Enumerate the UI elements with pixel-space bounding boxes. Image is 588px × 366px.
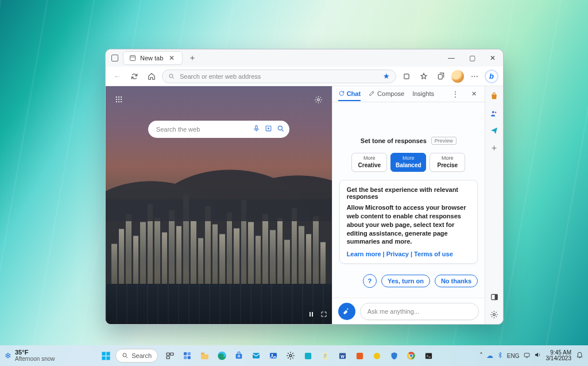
bing-button[interactable]: b [485,70,498,83]
svg-rect-45 [270,353,277,358]
svg-point-7 [116,99,117,100]
tray-language[interactable]: ENG [507,353,520,359]
search-submit-icon[interactable] [277,125,285,134]
new-topic-button[interactable] [338,303,355,320]
tray-notifications-icon[interactable] [576,351,583,360]
address-bar[interactable]: Search or enter web address ★ [162,70,396,83]
svg-rect-40 [238,355,239,356]
close-button[interactable]: ✕ [482,49,503,67]
no-thanks-button[interactable]: No thanks [435,275,478,287]
home-button[interactable] [145,70,158,83]
tone-creative[interactable]: More Creative [351,153,387,172]
tray-onedrive-icon[interactable]: ☁ [486,352,493,360]
word-button[interactable]: W [335,348,350,363]
sidebar-add-button[interactable]: ＋ [488,141,501,154]
expand-icon[interactable] [320,311,327,319]
start-button[interactable] [98,348,113,363]
chrome-button[interactable] [404,348,419,363]
new-tab-button[interactable]: ＋ [186,52,199,64]
sidebar-shopping-icon[interactable] [488,90,501,102]
app-icon-3[interactable] [369,348,384,363]
notepad-button[interactable] [318,348,332,363]
ntp-search-box[interactable]: Search the web [148,121,289,138]
pause-icon[interactable] [308,311,315,319]
chat-menu-button[interactable]: ⋮ [450,89,461,99]
tray-volume-icon[interactable] [534,351,541,360]
sidebar-settings-icon[interactable] [488,308,501,321]
tab-actions-icon[interactable] [111,55,118,61]
refresh-button[interactable] [127,70,141,83]
terminal-button[interactable] [421,348,436,363]
svg-point-56 [407,351,416,360]
collections-button[interactable] [434,70,448,83]
extensions-button[interactable] [400,70,413,83]
browser-tab[interactable]: New tab ✕ [123,51,183,65]
help-button[interactable]: ? [363,274,377,288]
profile-avatar[interactable] [451,70,464,83]
app-icon-1[interactable] [300,348,315,363]
chat-close-button[interactable]: ✕ [469,89,479,99]
taskbar-search[interactable]: Search [115,349,158,363]
favorite-star-icon[interactable]: ★ [383,72,390,80]
learn-more-link[interactable]: Learn more [347,251,381,257]
bing-chat-panel: Chat Compose Insights ⋮ ✕ Set tone of re… [332,86,485,324]
maximize-button[interactable]: ▢ [462,49,482,67]
overflow-menu-button[interactable]: ⋯ [467,70,481,83]
insights-tab[interactable]: Insights [412,87,434,101]
taskbar-clock[interactable]: 9:45 AM 3/14/2023 [546,350,572,362]
tone-precise[interactable]: More Precise [430,153,465,172]
toolbar: ← Search or enter web address ★ ⋯ b [106,67,503,86]
chat-text-input[interactable]: Ask me anything... [360,303,479,320]
favorites-button[interactable] [417,70,431,83]
svg-rect-25 [102,352,105,355]
terms-link[interactable]: Terms of use [414,251,453,257]
explorer-button[interactable] [197,348,212,363]
svg-text:W: W [341,354,345,358]
svg-rect-36 [188,356,191,359]
settings-button[interactable] [283,348,298,363]
chat-tab[interactable]: Chat [338,87,361,101]
edge-button[interactable] [214,348,229,363]
back-button[interactable]: ← [110,70,124,83]
ntp-settings-icon[interactable] [312,93,325,106]
tone-segmented-control: More Creative More Balanced More Precise [339,153,478,172]
photos-button[interactable] [266,348,281,363]
svg-rect-27 [102,356,105,360]
chat-tab-icon [338,90,345,98]
mail-button[interactable] [249,348,264,363]
svg-rect-18 [310,312,311,317]
tray-bluetooth-icon[interactable] [497,352,504,360]
tray-network-icon[interactable] [523,351,531,360]
privacy-link[interactable]: Privacy [386,251,409,257]
yes-turn-on-button[interactable]: Yes, turn on [381,275,430,287]
svg-point-11 [118,101,119,102]
security-button[interactable] [386,348,401,363]
minimize-button[interactable]: — [441,49,462,67]
search-icon [168,73,175,80]
svg-point-57 [409,354,413,357]
app-icon-2[interactable] [352,348,367,363]
page-icon [129,55,136,61]
tab-close-icon[interactable]: ✕ [167,54,176,62]
store-button[interactable] [231,348,246,363]
svg-rect-14 [256,126,257,129]
svg-rect-0 [130,56,136,61]
sidebar-toggle-icon[interactable] [488,291,501,303]
tone-balanced[interactable]: More Balanced [390,153,426,172]
svg-point-13 [318,98,320,101]
tray-chevron-icon[interactable]: ˄ [479,352,483,360]
taskbar-weather[interactable]: ❄ 35°F Afternoon snow [5,349,55,362]
apps-grid-icon[interactable] [113,93,125,106]
svg-point-10 [116,101,117,102]
sidebar-send-icon[interactable] [488,124,501,137]
svg-point-8 [118,99,119,100]
voice-search-icon[interactable] [253,125,260,134]
svg-rect-52 [356,352,362,359]
widgets-button[interactable] [180,348,195,363]
image-search-icon[interactable] [265,125,272,134]
svg-rect-2 [404,74,409,78]
sidebar-people-icon[interactable] [488,107,501,120]
consent-card-title: Get the best experience with relevant re… [347,186,470,200]
task-view-button[interactable] [163,348,177,363]
compose-tab[interactable]: Compose [369,87,404,101]
